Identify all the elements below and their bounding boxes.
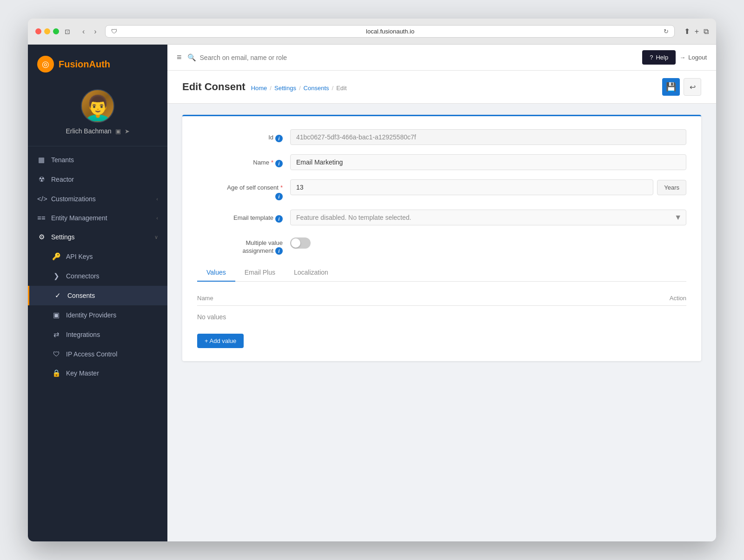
browser-titlebar: ⊡ ‹ › 🛡 local.fusionauth.io ↻ ⬆ + ⧉ bbox=[28, 19, 716, 45]
search-icon: 🔍 bbox=[187, 53, 196, 62]
email-template-select[interactable]: Feature disabled. No template selected. bbox=[290, 210, 686, 225]
app-layout: ◎ FusionAuth Erlich Bachman ▣ ➤ ▦ Te bbox=[28, 45, 716, 541]
avatar-image bbox=[82, 90, 113, 122]
forward-nav-btn[interactable]: › bbox=[91, 26, 99, 37]
sidebar-item-customizations[interactable]: </> Customizations ‹ bbox=[28, 189, 167, 208]
topbar: ≡ 🔍 ? Help → Logout bbox=[167, 45, 716, 71]
close-dot[interactable] bbox=[35, 28, 41, 34]
save-button[interactable]: 💾 bbox=[662, 78, 680, 96]
browser-actions: ⬆ + ⧉ bbox=[684, 27, 709, 36]
breadcrumb-consents[interactable]: Consents bbox=[304, 85, 329, 92]
email-template-label: Email template i bbox=[197, 210, 290, 223]
sidebar: ◎ FusionAuth Erlich Bachman ▣ ➤ ▦ Te bbox=[28, 45, 167, 541]
logo-text: FusionAuth bbox=[59, 59, 110, 70]
id-input[interactable] bbox=[290, 129, 686, 145]
save-icon: 💾 bbox=[666, 82, 676, 92]
page-header-left: Edit Consent Home / Settings / Consents … bbox=[182, 81, 347, 93]
age-field: Years bbox=[290, 179, 686, 195]
multiple-value-toggle[interactable] bbox=[290, 237, 311, 249]
logout-icon: → bbox=[679, 54, 685, 61]
sidebar-item-integrations[interactable]: ⇄ Integrations bbox=[28, 325, 167, 344]
sidebar-item-reactor[interactable]: ☢ Reactor bbox=[28, 170, 167, 189]
user-card-icon[interactable]: ▣ bbox=[115, 128, 121, 135]
sidebar-item-settings[interactable]: ⚙ Settings ∨ bbox=[28, 227, 167, 247]
share-btn[interactable]: ⬆ bbox=[684, 27, 690, 36]
sidebar-toggle-btn[interactable]: ⊡ bbox=[65, 28, 70, 35]
toggle-slider bbox=[290, 237, 311, 249]
multiple-value-label: Multiple value assignment i bbox=[197, 235, 290, 255]
reactor-icon: ☢ bbox=[37, 175, 46, 184]
email-template-select-wrapper: Feature disabled. No template selected. … bbox=[290, 210, 686, 225]
back-button[interactable]: ↩ bbox=[684, 78, 701, 96]
breadcrumb-home[interactable]: Home bbox=[251, 85, 267, 92]
breadcrumb-sep: / bbox=[332, 85, 334, 92]
sidebar-item-key-master[interactable]: 🔒 Key Master bbox=[28, 363, 167, 383]
col-name: Name bbox=[197, 295, 213, 302]
id-row: Id i bbox=[197, 129, 686, 145]
customizations-icon: </> bbox=[37, 195, 46, 203]
help-button[interactable]: ? Help bbox=[642, 50, 676, 65]
address-bar[interactable]: 🛡 local.fusionauth.io ↻ bbox=[105, 25, 675, 38]
chevron-right-icon: ‹ bbox=[156, 196, 158, 202]
col-action: Action bbox=[670, 295, 686, 302]
logout-button[interactable]: → Logout bbox=[679, 54, 707, 61]
identity-providers-icon: ▣ bbox=[52, 311, 60, 319]
sidebar-item-label: IP Access Control bbox=[66, 350, 117, 358]
id-info-icon[interactable]: i bbox=[275, 135, 283, 142]
key-master-icon: 🔒 bbox=[52, 369, 60, 377]
new-tab-btn[interactable]: + bbox=[695, 27, 699, 36]
logo-icon: ◎ bbox=[37, 56, 54, 72]
name-field bbox=[290, 154, 686, 170]
breadcrumb-settings[interactable]: Settings bbox=[274, 85, 296, 92]
page-header-actions: 💾 ↩ bbox=[662, 78, 701, 96]
sidebar-item-ip-access-control[interactable]: 🛡 IP Access Control bbox=[28, 344, 167, 363]
add-value-button[interactable]: + Add value bbox=[197, 334, 244, 348]
search-input[interactable] bbox=[200, 54, 637, 61]
sidebar-item-label: Key Master bbox=[66, 369, 99, 377]
sidebar-item-entity-management[interactable]: ≡≡ Entity Management ‹ bbox=[28, 208, 167, 227]
sidebar-item-label: API Keys bbox=[66, 253, 93, 260]
email-template-info-icon[interactable]: i bbox=[275, 215, 283, 223]
sidebar-item-connectors[interactable]: ❯ Connectors bbox=[28, 266, 167, 286]
sidebar-item-label: Settings bbox=[51, 233, 75, 241]
tabs-btn[interactable]: ⧉ bbox=[704, 27, 709, 36]
email-template-field: Feature disabled. No template selected. … bbox=[290, 210, 686, 225]
sidebar-item-label: Reactor bbox=[51, 176, 74, 183]
user-name: Erlich Bachman bbox=[66, 127, 111, 135]
sidebar-item-tenants[interactable]: ▦ Tenants bbox=[28, 150, 167, 170]
tab-values[interactable]: Values bbox=[197, 264, 235, 282]
sidebar-item-identity-providers[interactable]: ▣ Identity Providers bbox=[28, 305, 167, 325]
required-indicator: * bbox=[271, 159, 273, 166]
age-input[interactable] bbox=[290, 179, 653, 195]
menu-toggle-btn[interactable]: ≡ bbox=[177, 53, 182, 62]
help-icon: ? bbox=[650, 54, 653, 61]
sidebar-item-label: Entity Management bbox=[51, 214, 107, 222]
sidebar-user: Erlich Bachman ▣ ➤ bbox=[28, 82, 167, 146]
tabs: Values Email Plus Localization bbox=[197, 264, 686, 282]
sidebar-item-consents[interactable]: ✓ Consents bbox=[28, 286, 167, 305]
years-badge: Years bbox=[657, 180, 686, 195]
sidebar-item-api-keys[interactable]: 🔑 API Keys bbox=[28, 247, 167, 266]
reload-icon[interactable]: ↻ bbox=[664, 28, 669, 35]
multiple-value-info-icon[interactable]: i bbox=[275, 247, 283, 255]
name-info-icon[interactable]: i bbox=[275, 160, 283, 167]
tab-localization[interactable]: Localization bbox=[285, 264, 338, 282]
page-title: Edit Consent bbox=[182, 81, 246, 93]
id-field bbox=[290, 129, 686, 145]
maximize-dot[interactable] bbox=[53, 28, 59, 34]
sidebar-item-label: Integrations bbox=[66, 331, 100, 338]
age-info-icon[interactable]: i bbox=[275, 193, 283, 200]
minimize-dot[interactable] bbox=[44, 28, 50, 34]
sidebar-item-label: Identity Providers bbox=[66, 311, 116, 319]
back-icon: ↩ bbox=[690, 83, 696, 92]
connectors-icon: ❯ bbox=[52, 272, 60, 280]
browser-nav: ‹ › bbox=[80, 26, 100, 37]
name-input[interactable] bbox=[290, 154, 686, 170]
email-template-row: Email template i Feature disabled. No te… bbox=[197, 210, 686, 225]
tab-email-plus[interactable]: Email Plus bbox=[235, 264, 285, 282]
sidebar-nav: ▦ Tenants ☢ Reactor </> Customizations ‹… bbox=[28, 146, 167, 541]
chevron-right-icon: ‹ bbox=[156, 215, 158, 221]
back-nav-btn[interactable]: ‹ bbox=[80, 26, 87, 37]
browser-window: ⊡ ‹ › 🛡 local.fusionauth.io ↻ ⬆ + ⧉ ◎ Fu… bbox=[28, 19, 716, 541]
user-nav-icon[interactable]: ➤ bbox=[125, 128, 130, 135]
